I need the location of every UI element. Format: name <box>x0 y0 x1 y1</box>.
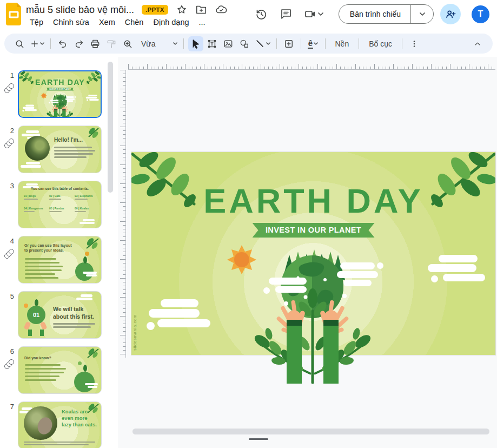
plant-branches-graphic <box>253 327 311 374</box>
present-button[interactable]: Bản trình chiếu <box>339 10 410 18</box>
transition-indicator-icon[interactable] <box>4 83 15 94</box>
search-menus-button[interactable] <box>12 36 27 51</box>
insert-shape-button[interactable] <box>237 36 252 51</box>
chevron-down-icon <box>314 42 318 45</box>
zoom-select[interactable]: Vừa <box>136 36 179 51</box>
share-button[interactable] <box>440 4 461 24</box>
print-button[interactable] <box>88 36 103 51</box>
menu-edit[interactable]: Chỉnh sửa <box>49 17 93 28</box>
filmstrip-row-7: 7 Koalas are even more lazy than cats. <box>0 401 118 448</box>
earth-day-illustration <box>200 232 427 389</box>
speaker-notes-resize-handle[interactable] <box>249 438 268 440</box>
history-icon <box>255 8 268 21</box>
paint-roller-icon <box>106 38 117 49</box>
cloud-graphic <box>21 162 44 169</box>
paint-format-button[interactable] <box>104 36 119 51</box>
menu-insert[interactable]: Chèn <box>121 17 148 28</box>
input-tools-button[interactable]: ê <box>306 36 321 51</box>
toc-item: 01 | Dogs <box>24 194 46 197</box>
move-to-folder-icon[interactable] <box>195 4 207 16</box>
slide-thumbnail-1[interactable]: EARTH DAY INVEST IN OUR PLANET <box>18 70 102 118</box>
input-tools-icon: ê <box>308 39 313 49</box>
bee-graphic <box>85 252 89 256</box>
comments-button[interactable] <box>274 3 299 25</box>
slide7-title: Koalas are even more lazy than cats. <box>62 409 97 428</box>
toc-item: 06 | Koalas <box>75 207 97 210</box>
slide6-title: Did you know? <box>24 355 74 360</box>
leaf-graphic <box>83 348 100 361</box>
plant-branches-graphic <box>314 327 373 374</box>
slide-title-text[interactable]: EARTH DAY <box>131 181 495 220</box>
insert-line-button[interactable] <box>253 36 272 51</box>
search-icon <box>14 38 25 49</box>
transition-indicator-icon[interactable] <box>4 249 15 260</box>
toolbar-separator <box>325 38 326 49</box>
menu-format[interactable]: Định dạng <box>149 17 193 28</box>
slide-thumbnail-4[interactable]: Or you can use this layout to present yo… <box>18 236 102 284</box>
hand-graphic <box>40 321 48 330</box>
menu-file[interactable]: Tệp <box>26 17 47 28</box>
undo-icon <box>57 38 68 49</box>
collapse-menus-button[interactable] <box>470 36 485 51</box>
menu-view[interactable]: Xem <box>95 17 119 28</box>
select-tool-button[interactable] <box>188 36 203 51</box>
meet-button[interactable] <box>299 3 329 25</box>
slide5-body-lines <box>53 323 95 328</box>
transition-indicator-icon[interactable] <box>4 139 15 149</box>
slide-thumbnail-2[interactable]: Hello! I'm... <box>18 126 102 173</box>
toolbar-separator <box>301 38 301 49</box>
canvas-horizontal-scrollbar[interactable] <box>132 429 489 434</box>
chevron-down-icon <box>40 42 44 45</box>
transition-indicator-icon[interactable] <box>4 359 15 370</box>
slide5-title: We will talk about this first. <box>53 306 97 320</box>
plus-icon <box>30 39 39 49</box>
editor-canvas[interactable]: EARTH DAY INVEST IN OUR PLANET <box>118 57 497 448</box>
slide-number: 2 <box>0 127 14 135</box>
chevron-down-icon <box>420 12 425 16</box>
text-box-icon <box>207 38 217 49</box>
slide-thumbnail-7[interactable]: Koalas are even more lazy than cats. <box>18 401 102 448</box>
layout-button[interactable]: Bố cục <box>363 37 397 50</box>
shapes-icon <box>239 38 250 49</box>
toc-item: 02 | Cats <box>49 194 71 197</box>
undo-button[interactable] <box>55 36 70 51</box>
filmstrip-row-2: 2 Hello! I'm... <box>0 126 118 173</box>
filmstrip-scrollbar[interactable] <box>108 62 113 193</box>
bee-graphic <box>78 361 82 365</box>
slide2-body-lines <box>54 147 95 158</box>
cloud-graphic <box>85 383 100 388</box>
slide-thumbnail-6[interactable]: Did you know? <box>18 346 102 394</box>
redo-button[interactable] <box>71 36 87 51</box>
slide6-body-lines <box>25 364 66 381</box>
cloud-graphic <box>428 255 485 288</box>
more-options-button[interactable] <box>407 36 422 51</box>
slide-number: 7 <box>0 403 14 411</box>
google-slides-app: mẫu 5 slide bảo vệ môi... .PPTX Tệp Chỉn… <box>0 0 497 448</box>
slide-thumbnail-5[interactable]: 01 We will talk about this first. <box>18 291 102 339</box>
slide-canvas[interactable]: EARTH DAY INVEST IN OUR PLANET <box>131 152 495 355</box>
toolbar-separator <box>276 38 277 49</box>
slide3-title: You can use this table of contents. <box>18 187 101 190</box>
menu-overflow[interactable]: ... <box>195 17 209 28</box>
new-slide-button[interactable] <box>28 36 46 51</box>
cloud-status-icon[interactable] <box>215 4 228 16</box>
slide-thumbnail-3[interactable]: You can use this table of contents. 01 |… <box>18 181 102 228</box>
document-title[interactable]: mẫu 5 slide bảo vệ môi... <box>26 4 134 16</box>
star-icon[interactable] <box>176 4 188 16</box>
zoom-in-button[interactable] <box>120 36 135 51</box>
version-history-button[interactable] <box>249 3 274 25</box>
video-camera-icon <box>304 8 317 21</box>
toolbar-separator <box>183 38 184 49</box>
present-button-group: Bản trình chiếu <box>339 4 434 24</box>
text-box-button[interactable] <box>204 36 220 51</box>
slide-number: 6 <box>0 347 14 355</box>
google-slides-logo-icon[interactable] <box>6 3 22 25</box>
account-avatar[interactable]: T <box>472 5 489 23</box>
present-options-button[interactable] <box>410 4 433 24</box>
insert-image-button[interactable] <box>221 36 236 51</box>
toolbar: Vừa ê Nền Bố cục <box>4 34 493 54</box>
earth-graphic <box>74 372 95 392</box>
background-button[interactable]: Nền <box>330 37 355 50</box>
vertical-ruler <box>120 70 126 358</box>
insert-comment-button[interactable] <box>281 36 296 51</box>
